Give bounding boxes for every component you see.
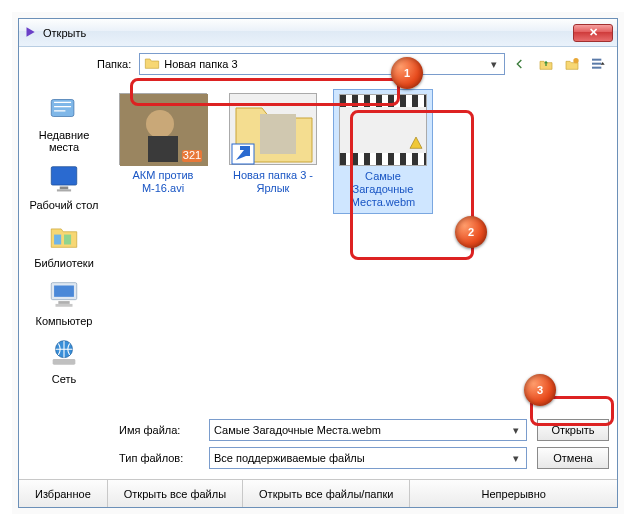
- app-icon: [23, 25, 37, 41]
- chevron-down-icon: ▾: [508, 450, 524, 466]
- file-thumbnail: 321: [119, 93, 207, 165]
- file-item-video-2-selected[interactable]: Самые Загадочные Места.webm: [333, 89, 433, 214]
- up-folder-button[interactable]: [535, 53, 557, 75]
- filetype-row: Тип файлов: Все поддерживаемые файлы ▾ О…: [119, 447, 609, 469]
- svg-rect-10: [64, 235, 71, 245]
- open-button[interactable]: Открыть: [537, 419, 609, 441]
- file-list-area[interactable]: 321 АКМ против М-16.avi Новая папка 3 - …: [109, 81, 617, 413]
- bottom-btn-open-all-files[interactable]: Открыть все файлы: [108, 480, 243, 507]
- folder-combobox[interactable]: Новая папка 3 ▾: [139, 53, 505, 75]
- sidebar-item-label: Сеть: [24, 373, 104, 385]
- cancel-button[interactable]: Отмена: [537, 447, 609, 469]
- svg-rect-14: [56, 304, 73, 307]
- svg-rect-9: [54, 235, 61, 245]
- file-item-folder-shortcut[interactable]: Новая папка 3 - Ярлык: [223, 89, 323, 199]
- sidebar-item-label: Недавние места: [24, 129, 104, 153]
- file-name: Новая папка 3 - Ярлык: [225, 169, 321, 195]
- filetype-label: Тип файлов:: [119, 452, 199, 464]
- cancel-button-label: Отмена: [553, 452, 592, 464]
- bottom-button-bar: Избранное Открыть все файлы Открыть все …: [19, 479, 617, 507]
- close-icon: ✕: [589, 26, 598, 39]
- svg-rect-3: [592, 63, 601, 65]
- titlebar: Открыть ✕: [19, 19, 617, 47]
- view-menu-button[interactable]: [587, 53, 609, 75]
- svg-rect-22: [260, 114, 296, 154]
- bottom-btn-favorites[interactable]: Избранное: [19, 480, 108, 507]
- sidebar-item-network[interactable]: Сеть: [24, 333, 104, 385]
- sidebar-item-label: Рабочий стол: [24, 199, 104, 211]
- svg-rect-4: [592, 67, 601, 69]
- field-area: Имя файла: Самые Загадочные Места.webm ▾…: [19, 413, 617, 479]
- svg-rect-19: [148, 136, 178, 162]
- sidebar-item-desktop[interactable]: Рабочий стол: [24, 159, 104, 211]
- close-button[interactable]: ✕: [573, 24, 613, 42]
- computer-icon: [45, 275, 83, 313]
- svg-rect-7: [60, 187, 69, 190]
- file-name: Самые Загадочные Места.webm: [336, 170, 430, 209]
- filename-row: Имя файла: Самые Загадочные Места.webm ▾…: [119, 419, 609, 441]
- svg-marker-0: [27, 27, 35, 36]
- bottom-btn-label: Открыть все файлы: [124, 488, 226, 500]
- sidebar-item-libraries[interactable]: Библиотеки: [24, 217, 104, 269]
- filename-combobox[interactable]: Самые Загадочные Места.webm ▾: [209, 419, 527, 441]
- filetype-value: Все поддерживаемые файлы: [214, 452, 365, 464]
- filetype-combobox[interactable]: Все поддерживаемые файлы ▾: [209, 447, 527, 469]
- bottom-btn-label: Непрерывно: [482, 488, 546, 500]
- chevron-down-icon: ▾: [486, 56, 502, 72]
- current-folder-name: Новая папка 3: [164, 58, 237, 70]
- svg-rect-16: [53, 359, 76, 365]
- libraries-icon: [45, 217, 83, 255]
- svg-point-1: [573, 58, 578, 63]
- sidebar-item-label: Библиотеки: [24, 257, 104, 269]
- window-title: Открыть: [43, 27, 86, 39]
- svg-rect-12: [54, 286, 74, 297]
- recent-places-icon: [45, 89, 83, 127]
- svg-rect-6: [51, 167, 77, 185]
- bottom-btn-label: Открыть все файлы/папки: [259, 488, 393, 500]
- sidebar-item-label: Компьютер: [24, 315, 104, 327]
- body-area: Недавние места Рабочий стол Библиотеки К…: [19, 81, 617, 413]
- svg-point-18: [146, 110, 174, 138]
- chevron-down-icon: ▾: [508, 422, 524, 438]
- svg-rect-8: [57, 189, 71, 191]
- folder-thumbnail: [229, 93, 317, 165]
- folder-icon: [144, 55, 160, 73]
- new-folder-button[interactable]: [561, 53, 583, 75]
- bottom-btn-open-all-files-folders[interactable]: Открыть все файлы/папки: [243, 480, 410, 507]
- bottom-btn-label: Избранное: [35, 488, 91, 500]
- network-icon: [45, 333, 83, 371]
- back-button[interactable]: [509, 53, 531, 75]
- svg-rect-2: [592, 59, 601, 61]
- file-item-video-1[interactable]: 321 АКМ против М-16.avi: [113, 89, 213, 199]
- sidebar-item-recent[interactable]: Недавние места: [24, 89, 104, 153]
- open-button-label: Открыть: [551, 424, 594, 436]
- desktop-icon: [45, 159, 83, 197]
- bottom-btn-continuous[interactable]: Непрерывно: [410, 480, 617, 507]
- svg-text:321: 321: [183, 149, 201, 161]
- folder-label: Папка:: [97, 58, 131, 70]
- svg-rect-13: [58, 301, 69, 304]
- sidebar-item-computer[interactable]: Компьютер: [24, 275, 104, 327]
- file-thumbnail: [339, 94, 427, 166]
- filename-value: Самые Загадочные Места.webm: [214, 424, 381, 436]
- file-name: АКМ против М-16.avi: [115, 169, 211, 195]
- places-sidebar: Недавние места Рабочий стол Библиотеки К…: [19, 81, 109, 413]
- folder-toolbar: Папка: Новая папка 3 ▾: [19, 47, 617, 81]
- open-file-dialog: Открыть ✕ Папка: Новая папка 3 ▾: [18, 18, 618, 508]
- filename-label: Имя файла:: [119, 424, 199, 436]
